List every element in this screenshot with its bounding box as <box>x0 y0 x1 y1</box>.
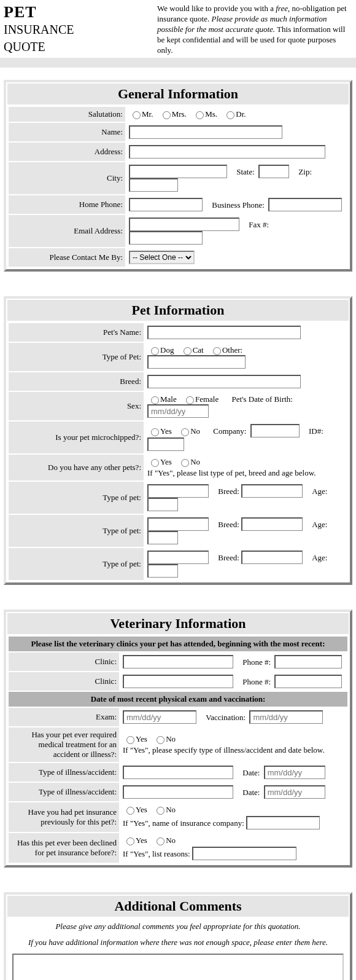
clinic-2-input[interactable] <box>123 675 233 688</box>
company-input[interactable] <box>250 424 300 437</box>
microchip-label: Is your pet microchipped?: <box>9 421 144 453</box>
illness-2-date-input[interactable] <box>264 785 325 799</box>
home-phone-label: Home Phone: <box>9 195 125 214</box>
intro-text: We would like to provide you with a free… <box>157 4 352 55</box>
exam-input[interactable] <box>123 710 196 724</box>
declined-yes-radio[interactable] <box>126 837 134 845</box>
home-phone-input[interactable] <box>129 198 203 211</box>
address-input[interactable] <box>129 145 325 159</box>
pet-type-cat-radio[interactable] <box>184 347 192 355</box>
breed-input[interactable] <box>147 375 301 388</box>
breed-1-input[interactable] <box>241 484 303 498</box>
prev-ins-company-input[interactable] <box>246 816 320 829</box>
comments-title: Additional Comments <box>7 896 349 917</box>
page-header: PET INSURANCE QUOTE We would like to pro… <box>0 0 356 58</box>
microchip-yes-radio[interactable] <box>151 428 159 436</box>
illness-2-label: Type of illness/accident: <box>9 783 119 801</box>
fax-label: Fax #: <box>249 220 269 229</box>
prev-insurance-label: Have you had pet insurance previously fo… <box>9 802 119 832</box>
comments-textarea[interactable] <box>12 954 344 980</box>
pet-type-other-input[interactable] <box>147 355 246 369</box>
clinic-1-label: Clinic: <box>9 653 119 671</box>
breed-2-input[interactable] <box>241 517 303 531</box>
other-pets-no-radio[interactable] <box>181 459 189 467</box>
city-input[interactable] <box>129 165 227 178</box>
pet-info-title: Pet Information <box>7 300 349 321</box>
illness-1-input[interactable] <box>123 766 233 779</box>
salutation-label: Salutation: <box>9 107 125 122</box>
salutation-mr-radio[interactable] <box>133 111 141 119</box>
comments-note-1: Please give any additional comments you … <box>9 919 347 934</box>
dob-label: Pet's Date of Birth: <box>231 394 292 404</box>
state-input[interactable] <box>258 165 289 178</box>
declined-no-radio[interactable] <box>157 837 164 845</box>
age-3-input[interactable] <box>147 564 178 578</box>
declined-label: Has this pet ever been declined for pet … <box>9 833 119 863</box>
recent-subhead: Date of most recent physical exam and va… <box>9 692 347 707</box>
salutation-mrs-radio[interactable] <box>163 111 171 119</box>
illness-2-input[interactable] <box>123 785 233 799</box>
pet-info-panel: Pet Information Pet's Name: Type of Pet:… <box>4 296 352 585</box>
type-of-pet-1-input[interactable] <box>147 484 209 498</box>
comments-panel: Additional Comments Please give any addi… <box>4 892 352 980</box>
email-input[interactable] <box>129 218 239 231</box>
age-2-input[interactable] <box>147 531 178 544</box>
pet-name-label: Pet's Name: <box>9 323 144 342</box>
declined-reasons-input[interactable] <box>192 847 296 860</box>
type-of-pet-1-label: Type of pet: <box>9 482 144 514</box>
vet-info-panel: Veterinary Information Please list the v… <box>4 610 352 868</box>
pet-name-input[interactable] <box>147 326 301 339</box>
type-of-pet-2-input[interactable] <box>147 517 209 531</box>
general-info-title: General Information <box>7 84 349 104</box>
medical-label: Has your pet ever required medical treat… <box>9 727 119 762</box>
prev-ins-no-radio[interactable] <box>157 807 164 815</box>
exam-label: Exam: <box>9 708 119 726</box>
medical-note: If "Yes", please specify type of illness… <box>123 745 345 755</box>
other-pets-note: If "Yes", please list type of pet, breed… <box>147 468 345 478</box>
vaccination-label: Vaccination: <box>206 713 246 722</box>
clinic-1-input[interactable] <box>123 655 233 668</box>
contact-by-select[interactable]: -- Select One -- <box>129 251 195 264</box>
city-label: City: <box>9 162 125 194</box>
name-label: Name: <box>9 123 125 141</box>
salutation-ms-radio[interactable] <box>196 111 204 119</box>
prev-ins-yes-radio[interactable] <box>126 807 134 815</box>
clinic-2-label: Clinic: <box>9 672 119 691</box>
vet-info-title: Veterinary Information <box>7 613 349 634</box>
comments-note-2: If you have additional information where… <box>9 935 347 950</box>
address-label: Address: <box>9 143 125 161</box>
illness-1-date-input[interactable] <box>264 766 325 779</box>
age-1-input[interactable] <box>147 498 178 511</box>
clinic-1-phone-input[interactable] <box>274 655 342 668</box>
breed-3-input[interactable] <box>241 551 303 564</box>
zip-label: Zip: <box>298 167 312 176</box>
type-of-pet-3-label: Type of pet: <box>9 548 144 580</box>
name-input[interactable] <box>129 125 282 139</box>
microchip-no-radio[interactable] <box>181 428 189 436</box>
clinic-2-phone-input[interactable] <box>274 675 342 688</box>
illness-1-label: Type of illness/accident: <box>9 763 119 782</box>
medical-no-radio[interactable] <box>157 736 164 744</box>
business-phone-label: Business Phone: <box>212 200 265 210</box>
medical-yes-radio[interactable] <box>126 736 134 744</box>
salutation-dr-radio[interactable] <box>226 111 234 119</box>
pet-type-other-radio[interactable] <box>213 347 221 355</box>
pet-type-dog-radio[interactable] <box>151 347 159 355</box>
business-phone-input[interactable] <box>268 198 342 211</box>
separator <box>0 58 356 68</box>
contact-by-label: Please Contact Me By: <box>9 248 125 267</box>
other-pets-yes-radio[interactable] <box>151 459 159 467</box>
id-input[interactable] <box>147 437 184 451</box>
sex-female-radio[interactable] <box>186 396 194 404</box>
breed-label: Breed: <box>9 372 144 391</box>
vaccination-input[interactable] <box>249 710 323 724</box>
state-label: State: <box>236 167 255 176</box>
other-pets-label: Do you have any other pets?: <box>9 455 144 480</box>
type-of-pet-3-input[interactable] <box>147 551 209 564</box>
sex-male-radio[interactable] <box>151 396 159 404</box>
dob-input[interactable] <box>147 404 209 418</box>
clinics-subhead: Please list the veterinary clinics your … <box>9 637 347 651</box>
fax-input[interactable] <box>129 231 203 245</box>
zip-input[interactable] <box>129 178 178 192</box>
pet-type-label: Type of Pet: <box>9 343 144 371</box>
